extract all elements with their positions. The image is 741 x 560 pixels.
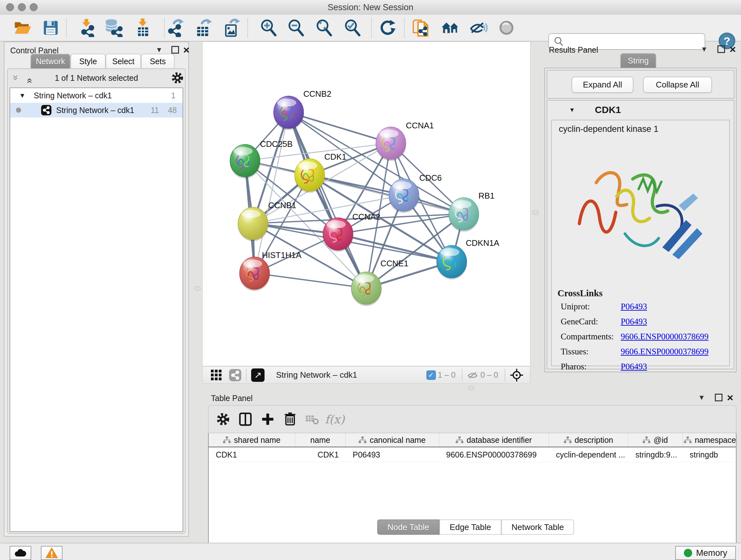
tab-edge-table[interactable]: Edge Table	[440, 519, 501, 535]
network-collection-row[interactable]: ▼ String Network – cdk1 1	[10, 88, 183, 103]
cloud-status-button[interactable]	[10, 546, 31, 560]
hidden-node-edge-count: 0 – 0	[480, 370, 498, 380]
network-edge[interactable]	[255, 273, 366, 288]
network-node-CDKN1A[interactable]	[436, 246, 467, 280]
export-image-icon[interactable]	[221, 18, 241, 38]
results-panel-menu-icon[interactable]: ▾	[702, 44, 706, 54]
network-row[interactable]: String Network – cdk1 11 48	[10, 103, 183, 118]
network-node-CCNE1[interactable]	[351, 272, 382, 306]
warning-status-button[interactable]	[41, 546, 63, 560]
string-protein-query-icon[interactable]	[412, 18, 432, 38]
results-scroll-area[interactable]: ▾ CDK1 cyclin-dependent kinase 1	[547, 100, 734, 369]
column-header-namespace[interactable]: namespace	[683, 433, 737, 447]
save-session-icon[interactable]	[41, 18, 61, 38]
zoom-out-icon[interactable]	[286, 18, 306, 38]
table-settings-gear-icon[interactable]	[212, 410, 234, 429]
column-header-description[interactable]: description	[549, 433, 628, 447]
hidden-eye-icon[interactable]	[467, 369, 478, 381]
zoom-selected-icon[interactable]	[342, 18, 362, 38]
tab-select[interactable]: Select	[106, 54, 141, 68]
network-options-gear-icon[interactable]	[171, 71, 184, 84]
function-builder-icon[interactable]: f(x)	[324, 410, 346, 429]
node-label-CCNB2: CCNB2	[303, 89, 331, 98]
show-columns-icon[interactable]	[234, 410, 257, 429]
network-edge[interactable]	[288, 112, 366, 288]
right-splitter-handle[interactable]	[532, 210, 539, 215]
column-network-icon	[456, 436, 463, 443]
network-type-icon	[41, 105, 52, 116]
zoom-fit-icon[interactable]	[314, 18, 334, 38]
grid-view-icon[interactable]	[210, 369, 222, 381]
column-header-canonical-name[interactable]: canonical name	[346, 433, 439, 447]
crosslink-genecard-link[interactable]: P06493	[621, 317, 647, 327]
network-edge[interactable]	[255, 112, 289, 273]
results-panel: Results Panel ▾ × String Expand All Coll…	[542, 42, 738, 374]
gene-section-header[interactable]: ▾ CDK1	[547, 101, 734, 119]
tab-network[interactable]: Network	[30, 54, 71, 68]
section-collapse-icon[interactable]: ▾	[570, 106, 574, 114]
tab-network-table[interactable]: Network Table	[501, 519, 574, 535]
string-network-graph[interactable]: CCNB2CCNA1CDC25BCDK1CDC6RB1CCNB1CCNA2CDK…	[203, 42, 530, 366]
export-network-icon[interactable]	[165, 18, 185, 38]
expand-all-button[interactable]: Expand All	[571, 77, 633, 93]
control-panel-menu-icon[interactable]: ▾	[157, 45, 161, 55]
tab-sets[interactable]: Sets	[141, 54, 175, 68]
import-network-database-icon[interactable]	[104, 18, 124, 38]
network-view-icon[interactable]	[229, 369, 242, 381]
delete-column-icon[interactable]	[279, 410, 301, 429]
crosslink-tissues-link[interactable]: 9606.ENSP00000378699	[621, 347, 709, 357]
network-node-CCNB2[interactable]	[273, 96, 304, 130]
tab-string-results[interactable]: String	[620, 53, 657, 68]
network-node-CDK1[interactable]	[294, 159, 325, 193]
crosslink-row: Pharos: P06493	[561, 362, 729, 372]
table-row[interactable]: CDK1 CDK1 P06493 9606.ENSP00000378699 cy…	[209, 447, 736, 462]
zoom-in-icon[interactable]	[259, 18, 278, 38]
control-panel-close-icon[interactable]: ×	[183, 47, 190, 53]
control-panel-float-icon[interactable]	[172, 46, 179, 54]
network-node-CCNA1[interactable]	[376, 127, 406, 161]
network-node-CCNB1[interactable]	[238, 207, 268, 241]
string-glass-effect-icon[interactable]	[468, 18, 488, 38]
crosslink-pharos-link[interactable]: P06493	[621, 362, 647, 372]
column-header-name[interactable]: name	[295, 433, 346, 447]
refresh-icon[interactable]	[378, 18, 397, 38]
crosslink-uniprot-link[interactable]: P06493	[621, 302, 647, 312]
network-canvas[interactable]: CCNB2CCNA1CDC25BCDK1CDC6RB1CCNB1CCNA2CDK…	[202, 42, 530, 366]
network-node-HIST1H1A[interactable]	[239, 257, 270, 291]
table-panel-menu-icon[interactable]: ▾	[699, 392, 704, 402]
add-column-icon[interactable]	[257, 410, 279, 429]
toolbar-separator	[66, 18, 67, 38]
memory-button[interactable]: Memory	[675, 546, 736, 560]
collapse-all-button[interactable]: Collapse All	[643, 77, 712, 93]
import-table-file-icon[interactable]	[133, 18, 152, 38]
string-home-icon[interactable]	[441, 18, 460, 38]
string-eye-icon[interactable]	[496, 18, 516, 38]
left-splitter-handle[interactable]	[194, 286, 201, 291]
collection-expand-icon[interactable]: ▼	[19, 92, 25, 99]
network-node-RB1[interactable]	[448, 198, 479, 232]
fit-content-crosshair-icon[interactable]	[510, 368, 524, 382]
tab-style[interactable]: Style	[71, 54, 106, 68]
network-node-CCNA2[interactable]	[323, 218, 353, 252]
bottom-splitter-handle[interactable]	[468, 386, 474, 390]
results-panel-float-icon[interactable]	[718, 45, 725, 53]
import-network-file-icon[interactable]	[77, 18, 97, 38]
selected-checkbox-icon[interactable]: ✓	[426, 370, 436, 380]
export-table-icon[interactable]	[194, 18, 213, 38]
node-table[interactable]: shared name name canonical name database…	[208, 433, 737, 557]
network-node-CDC25B[interactable]	[230, 144, 260, 179]
table-panel-close-icon[interactable]: ×	[727, 394, 733, 401]
network-node-CDC6[interactable]	[389, 179, 419, 213]
tab-node-table[interactable]: Node Table	[377, 519, 440, 535]
crosslink-compartments-link[interactable]: 9606.ENSP00000378699	[621, 332, 709, 341]
network-edge[interactable]	[288, 112, 391, 143]
column-header-database-identifier[interactable]: database identifier	[439, 433, 549, 447]
column-header-shared-name[interactable]: shared name	[209, 433, 295, 447]
table-panel-float-icon[interactable]	[715, 394, 723, 401]
results-panel-close-icon[interactable]: ×	[730, 46, 736, 52]
column-header-id[interactable]: @id	[628, 433, 683, 447]
open-session-icon[interactable]	[13, 18, 32, 38]
birdseye-view-icon[interactable]: ↗	[251, 368, 265, 382]
delete-table-icon[interactable]	[301, 410, 324, 429]
window-title: Session: New Session	[0, 3, 741, 12]
